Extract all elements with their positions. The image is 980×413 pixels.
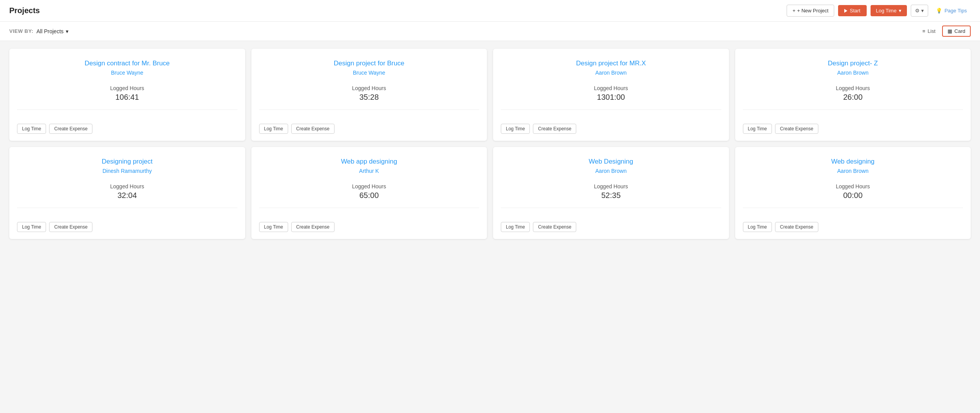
- card-client[interactable]: Bruce Wayne: [111, 70, 143, 76]
- card-title[interactable]: Design contract for Mr. Bruce: [85, 60, 170, 67]
- card-icon: ▦: [948, 28, 952, 34]
- log-time-card-button[interactable]: Log Time: [743, 222, 772, 232]
- main-content: Design contract for Mr. Bruce Bruce Wayn…: [0, 41, 980, 247]
- start-button[interactable]: Start: [838, 5, 866, 16]
- page-tips-button[interactable]: 💡 Page Tips: [932, 5, 971, 16]
- card-client[interactable]: Dinesh Ramamurthy: [102, 168, 152, 174]
- card-hours-label: Logged Hours: [110, 85, 144, 91]
- create-expense-card-button[interactable]: Create Expense: [49, 124, 92, 134]
- new-project-button[interactable]: + + New Project: [787, 5, 834, 17]
- create-expense-card-button[interactable]: Create Expense: [775, 222, 818, 232]
- log-time-card-button[interactable]: Log Time: [259, 124, 288, 134]
- dropdown-arrow-icon: ▾: [899, 8, 901, 14]
- log-time-card-button[interactable]: Log Time: [17, 222, 46, 232]
- view-switcher: ≡ List ▦ Card: [917, 26, 971, 37]
- card-divider: [743, 208, 963, 208]
- card-hours-label: Logged Hours: [352, 85, 386, 91]
- card-footer: Log Time Create Expense: [251, 222, 487, 239]
- card-footer: Log Time Create Expense: [493, 222, 729, 239]
- card-hours-value: 65:00: [359, 191, 379, 200]
- page-tips-label: Page Tips: [944, 8, 967, 14]
- card-hours-label: Logged Hours: [594, 183, 628, 189]
- card-body: Web app designing Arthur K Logged Hours …: [251, 147, 487, 222]
- toolbar: VIEW BY: All Projects ▾ ≡ List ▦ Card: [0, 22, 980, 41]
- settings-button[interactable]: ⚙ ▾: [911, 5, 928, 17]
- card-divider: [259, 109, 480, 110]
- view-by-select[interactable]: All Projects ▾: [36, 28, 68, 34]
- create-expense-card-button[interactable]: Create Expense: [533, 222, 576, 232]
- list-view-button[interactable]: ≡ List: [917, 26, 941, 36]
- project-card: Design project- Z Aaron Brown Logged Hou…: [735, 49, 971, 141]
- project-card: Web Designing Aaron Brown Logged Hours 5…: [493, 147, 729, 239]
- log-time-card-button[interactable]: Log Time: [501, 222, 530, 232]
- card-hours-value: 32:04: [118, 191, 137, 200]
- log-time-card-button[interactable]: Log Time: [259, 222, 288, 232]
- card-divider: [743, 109, 963, 110]
- list-icon: ≡: [922, 28, 925, 34]
- card-hours-label: Logged Hours: [594, 85, 628, 91]
- card-body: Design project for MR.X Aaron Brown Logg…: [493, 49, 729, 124]
- log-time-card-button[interactable]: Log Time: [743, 124, 772, 134]
- project-card: Designing project Dinesh Ramamurthy Logg…: [9, 147, 245, 239]
- card-body: Web Designing Aaron Brown Logged Hours 5…: [493, 147, 729, 222]
- card-title[interactable]: Web app designing: [341, 158, 397, 166]
- card-hours-value: 35:28: [359, 93, 379, 102]
- create-expense-card-button[interactable]: Create Expense: [533, 124, 576, 134]
- card-divider: [501, 109, 721, 110]
- card-client[interactable]: Aaron Brown: [837, 70, 869, 76]
- card-hours-value: 00:00: [843, 191, 862, 200]
- card-divider: [259, 208, 480, 208]
- new-project-label: + New Project: [797, 8, 828, 14]
- project-card: Design contract for Mr. Bruce Bruce Wayn…: [9, 49, 245, 141]
- card-title[interactable]: Web designing: [831, 158, 874, 166]
- card-client[interactable]: Arthur K: [359, 168, 379, 174]
- card-title[interactable]: Design project for Bruce: [334, 60, 404, 67]
- card-hours-value: 26:00: [843, 93, 862, 102]
- project-card: Web app designing Arthur K Logged Hours …: [251, 147, 487, 239]
- card-hours-value: 52:35: [601, 191, 621, 200]
- card-divider: [17, 208, 237, 208]
- log-time-card-button[interactable]: Log Time: [501, 124, 530, 134]
- card-label: Card: [954, 28, 965, 34]
- card-title[interactable]: Web Designing: [589, 158, 633, 166]
- create-expense-card-button[interactable]: Create Expense: [775, 124, 818, 134]
- card-hours-value: 106:41: [115, 93, 139, 102]
- project-card: Web designing Aaron Brown Logged Hours 0…: [735, 147, 971, 239]
- card-footer: Log Time Create Expense: [493, 124, 729, 141]
- view-by-section: VIEW BY: All Projects ▾: [9, 28, 68, 34]
- log-time-button[interactable]: Log Time ▾: [871, 5, 907, 16]
- card-title[interactable]: Designing project: [102, 158, 152, 166]
- create-expense-card-button[interactable]: Create Expense: [291, 124, 335, 134]
- card-client[interactable]: Aaron Brown: [837, 168, 869, 174]
- card-client[interactable]: Aaron Brown: [595, 168, 627, 174]
- settings-dropdown-arrow: ▾: [921, 8, 924, 14]
- log-time-label: Log Time: [876, 8, 896, 14]
- view-by-value: All Projects: [36, 28, 63, 34]
- card-hours-label: Logged Hours: [836, 85, 870, 91]
- card-body: Design project for Bruce Bruce Wayne Log…: [251, 49, 487, 124]
- page-title: Projects: [9, 6, 40, 15]
- header: Projects + + New Project Start Log Time …: [0, 0, 980, 22]
- view-by-label: VIEW BY:: [9, 28, 33, 34]
- card-view-button[interactable]: ▦ Card: [942, 26, 971, 37]
- log-time-card-button[interactable]: Log Time: [17, 124, 46, 134]
- list-label: List: [928, 28, 936, 34]
- create-expense-card-button[interactable]: Create Expense: [291, 222, 335, 232]
- create-expense-card-button[interactable]: Create Expense: [49, 222, 92, 232]
- card-footer: Log Time Create Expense: [9, 124, 245, 141]
- start-label: Start: [850, 8, 860, 14]
- card-footer: Log Time Create Expense: [9, 222, 245, 239]
- project-card: Design project for Bruce Bruce Wayne Log…: [251, 49, 487, 141]
- card-title[interactable]: Design project for MR.X: [576, 60, 646, 67]
- card-body: Design contract for Mr. Bruce Bruce Wayn…: [9, 49, 245, 124]
- card-footer: Log Time Create Expense: [735, 124, 971, 141]
- header-actions: + + New Project Start Log Time ▾ ⚙ ▾ 💡 P…: [787, 5, 971, 17]
- play-icon: [844, 9, 847, 13]
- card-body: Designing project Dinesh Ramamurthy Logg…: [9, 147, 245, 222]
- card-client[interactable]: Aaron Brown: [595, 70, 627, 76]
- card-client[interactable]: Bruce Wayne: [353, 70, 385, 76]
- card-title[interactable]: Design project- Z: [828, 60, 878, 67]
- view-by-chevron-icon: ▾: [66, 28, 68, 34]
- projects-grid: Design contract for Mr. Bruce Bruce Wayn…: [9, 49, 971, 239]
- card-body: Web designing Aaron Brown Logged Hours 0…: [735, 147, 971, 222]
